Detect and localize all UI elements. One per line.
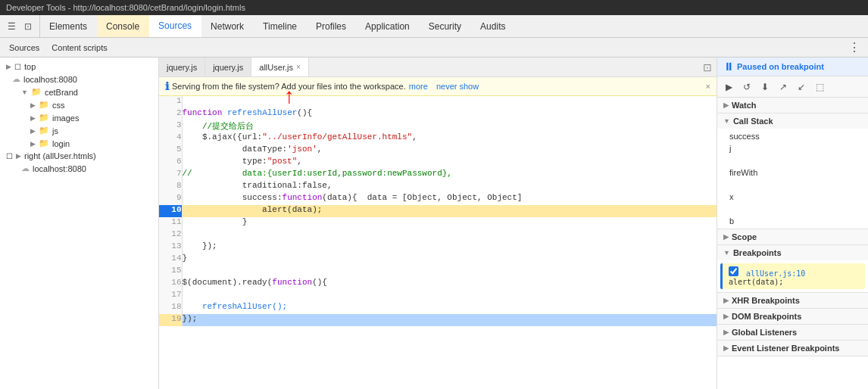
- section-dom-header[interactable]: ▶ DOM Breakpoints: [717, 309, 868, 324]
- code-line-14: 14}: [159, 254, 717, 266]
- arrow-icon: ▶: [30, 140, 36, 148]
- line-content: }: [182, 217, 717, 229]
- line-content: refreshAllUser();: [182, 302, 717, 314]
- folder-icon: 📁: [39, 138, 49, 148]
- code-line-3: 3 //提交给后台: [159, 120, 717, 132]
- breakpoint-file: allUser.js:10: [746, 269, 805, 278]
- inspect-icon[interactable]: ☰: [3, 18, 20, 35]
- file-tab-expand-icon[interactable]: ⊡: [698, 58, 717, 76]
- callstack-item-firewith[interactable]: fireWith: [717, 166, 868, 179]
- section-xhr-header[interactable]: ▶ XHR Breakpoints: [717, 293, 868, 308]
- callstack-item-empty2[interactable]: [717, 179, 868, 191]
- section-scope-header[interactable]: ▶ Scope: [717, 229, 868, 244]
- checkbox-icon: ☐: [6, 152, 13, 160]
- left-panel: ▶ ☐ top ☁ localhost:8080 ▼ 📁 cetBrand ▶ …: [0, 58, 159, 389]
- step-out-btn[interactable]: ↗: [775, 79, 792, 95]
- workspace-more-link[interactable]: more: [409, 82, 428, 91]
- section-global-header[interactable]: ▶ Global Listeners: [717, 325, 868, 340]
- content-scripts-tab-item[interactable]: Content scripts: [45, 42, 113, 54]
- section-watch-header[interactable]: ▶ Watch: [717, 98, 868, 113]
- tab-timeline[interactable]: Timeline: [254, 15, 307, 37]
- nav-icons: ☰ ⊡: [0, 15, 40, 37]
- tab-profiles[interactable]: Profiles: [307, 15, 356, 37]
- breakpoints-content: allUser.js:10 alert(data);: [717, 260, 868, 292]
- callstack-item-empty3[interactable]: [717, 203, 868, 215]
- tree-label: js: [52, 126, 58, 135]
- step-into-btn[interactable]: ⬇: [757, 79, 773, 95]
- checkbox-icon: ☐: [14, 63, 21, 71]
- tree-item-localhost[interactable]: ☁ localhost:8080: [0, 73, 158, 86]
- resume-btn[interactable]: ▶: [720, 79, 737, 95]
- more-tabs-icon[interactable]: ⋮: [844, 39, 865, 56]
- code-line-15: 15: [159, 266, 717, 278]
- tree-item-css[interactable]: ▶ 📁 css: [0, 98, 158, 111]
- code-line-12: 12: [159, 229, 717, 241]
- file-tab-jquery1[interactable]: jquery.js: [159, 58, 205, 76]
- line-number: 16: [159, 278, 182, 290]
- tree-item-cetbrand[interactable]: ▼ 📁 cetBrand: [0, 86, 158, 98]
- line-number: 19: [159, 314, 182, 326]
- tab-elements[interactable]: Elements: [40, 15, 97, 37]
- line-content: function refreshAllUser(){: [182, 108, 717, 120]
- file-tab-label: jquery.js: [167, 63, 197, 72]
- line-number: 10: [159, 205, 182, 217]
- arrow-icon: ▶: [30, 114, 36, 122]
- info-icon: ℹ: [165, 80, 169, 92]
- file-tab-bar: jquery.js jquery.js allUser.js × ⊡: [159, 58, 717, 77]
- breakpoint-item-0[interactable]: allUser.js:10 alert(data);: [720, 263, 865, 289]
- section-callstack-header[interactable]: ▼ Call Stack: [717, 114, 868, 129]
- sources-tab-item[interactable]: Sources: [3, 42, 45, 54]
- file-tab-close-icon[interactable]: ×: [296, 63, 301, 71]
- line-number: 13: [159, 241, 182, 254]
- tab-application[interactable]: Application: [356, 15, 420, 37]
- callstack-item-j[interactable]: j: [717, 142, 868, 154]
- tab-sources[interactable]: Sources: [149, 15, 201, 37]
- line-content: [182, 290, 717, 302]
- callstack-item-x[interactable]: x: [717, 191, 868, 203]
- code-scroll[interactable]: 1 2function refreshAllUser(){3 //提交给后台4 …: [159, 96, 717, 389]
- deactivate-btn[interactable]: ↙: [793, 79, 810, 95]
- file-tab-jquery2[interactable]: jquery.js: [205, 58, 251, 76]
- title-text: Developer Tools - http://localhost:8080/…: [6, 3, 245, 12]
- callstack-item-b[interactable]: b: [717, 215, 868, 227]
- tree-item-localhost2[interactable]: ☁ localhost:8080: [0, 162, 158, 175]
- workspace-never-show-link[interactable]: never show: [436, 82, 479, 91]
- tree-item-login[interactable]: ▶ 📁 login: [0, 137, 158, 150]
- right-panel: ⏸ Paused on breakpoint ▶ ↺ ⬇ ↗ ↙ ⬚ ▶ Wat…: [717, 58, 868, 389]
- workspace-banner: ℹ Serving from the file system? Add your…: [159, 77, 717, 96]
- tree-item-top[interactable]: ▶ ☐ top: [0, 61, 158, 73]
- tab-console[interactable]: Console: [97, 15, 149, 37]
- callstack-item-success[interactable]: success: [717, 130, 868, 142]
- line-number: 9: [159, 193, 182, 205]
- tree-item-right[interactable]: ☐ ▶ right (allUser.htmls): [0, 150, 158, 162]
- line-number: 5: [159, 145, 182, 157]
- tree-item-js[interactable]: ▶ 📁 js: [0, 124, 158, 137]
- section-event-header[interactable]: ▶ Event Listener Breakpoints: [717, 341, 868, 356]
- line-number: 12: [159, 229, 182, 241]
- line-number: 1: [159, 96, 182, 108]
- device-icon[interactable]: ⊡: [20, 18, 36, 35]
- tree-item-images[interactable]: ▶ 📁 images: [0, 111, 158, 124]
- code-line-4: 4 $.ajax({url:"../userInfo/getAllUser.ht…: [159, 132, 717, 145]
- dom-arrow-icon: ▶: [723, 313, 729, 320]
- tab-network[interactable]: Network: [201, 15, 254, 37]
- async-btn[interactable]: ⬚: [811, 79, 828, 95]
- callstack-item-empty1[interactable]: [717, 154, 868, 166]
- line-number: 18: [159, 302, 182, 314]
- section-breakpoints: ▼ Breakpoints allUser.js:10 alert(data);: [717, 245, 868, 293]
- global-arrow-icon: ▶: [723, 328, 729, 336]
- tree-label: localhost:8080: [33, 164, 86, 173]
- code-line-2: 2function refreshAllUser(){: [159, 108, 717, 120]
- tab-audits[interactable]: Audits: [471, 15, 515, 37]
- step-over-btn[interactable]: ↺: [738, 79, 755, 95]
- tab-security[interactable]: Security: [420, 15, 471, 37]
- section-breakpoints-header[interactable]: ▼ Breakpoints: [717, 245, 868, 260]
- arrow-icon: ▶: [30, 101, 36, 109]
- xhr-arrow-icon: ▶: [723, 297, 729, 304]
- workspace-close-icon[interactable]: ×: [706, 82, 710, 91]
- cloud-icon: ☁: [12, 74, 20, 84]
- breakpoint-checkbox[interactable]: [729, 266, 738, 276]
- file-tab-alluser[interactable]: allUser.js ×: [251, 58, 308, 76]
- callstack-item-label: [729, 156, 732, 165]
- xhr-label: XHR Breakpoints: [732, 296, 800, 305]
